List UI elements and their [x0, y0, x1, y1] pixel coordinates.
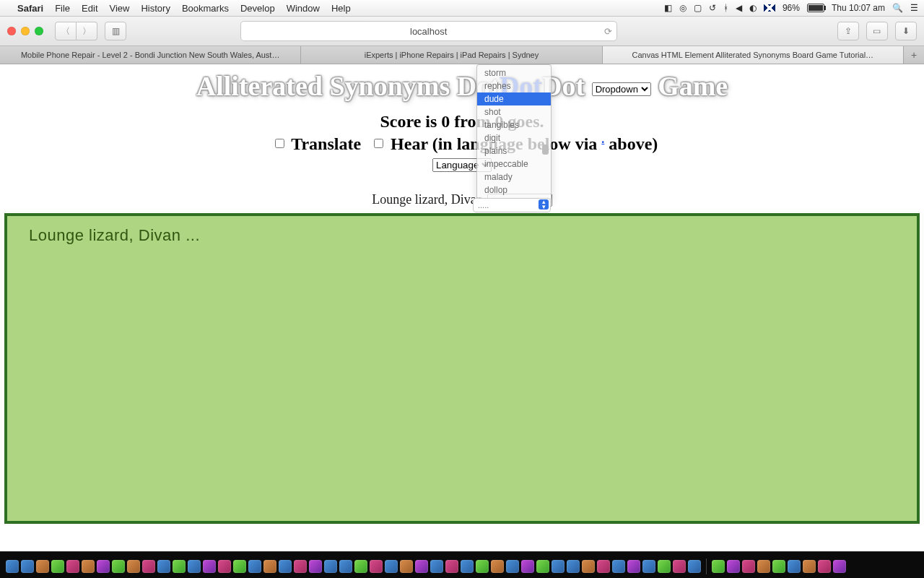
dock-app-icon[interactable]: [112, 560, 125, 573]
notification-center-icon[interactable]: ☰: [910, 3, 918, 13]
dock-app-icon[interactable]: [36, 560, 49, 573]
sidebar-toggle-button[interactable]: ▥: [105, 22, 126, 40]
menu-edit[interactable]: Edit: [82, 3, 97, 14]
dock-app-icon[interactable]: [712, 560, 725, 573]
dock-app-icon[interactable]: [642, 560, 655, 573]
dropdown-option[interactable]: digit: [477, 131, 551, 144]
wifi-icon[interactable]: ◐: [749, 3, 757, 13]
new-tab-button[interactable]: +: [904, 46, 924, 64]
back-button[interactable]: 〈: [55, 22, 77, 40]
dock-app-icon[interactable]: [97, 560, 110, 573]
dock-app-icon[interactable]: [818, 560, 831, 573]
dropdown-option[interactable]: rephes: [477, 79, 551, 92]
dock-app-icon[interactable]: [173, 560, 186, 573]
dock-app-icon[interactable]: [157, 560, 170, 573]
show-tabs-button[interactable]: ▭: [866, 22, 888, 40]
dropdown-option[interactable]: plains: [477, 144, 551, 158]
reload-icon[interactable]: ⟳: [604, 26, 612, 37]
dock-app-icon[interactable]: [552, 560, 565, 573]
dock-app-icon[interactable]: [506, 560, 519, 573]
dropdown-option[interactable]: dude: [477, 92, 551, 105]
timemachine-icon[interactable]: ↺: [709, 3, 716, 13]
window-close-button[interactable]: [7, 27, 16, 35]
volume-icon[interactable]: ◀: [736, 3, 742, 13]
dock-app-icon[interactable]: [248, 560, 261, 573]
translate-checkbox[interactable]: [275, 139, 284, 148]
menu-bookmarks[interactable]: Bookmarks: [182, 3, 229, 14]
answer-select-visible[interactable]: ..... ▴▾: [473, 198, 551, 212]
dock-app-icon[interactable]: [6, 560, 19, 573]
status-icon[interactable]: ◎: [679, 3, 687, 13]
dock-app-icon[interactable]: [127, 560, 140, 573]
browser-tab[interactable]: iExperts | iPhone Repairs | iPad Repairs…: [301, 46, 602, 64]
dock-app-icon[interactable]: [21, 560, 34, 573]
dock-app-icon[interactable]: [658, 560, 671, 573]
dock-app-icon[interactable]: [772, 560, 785, 573]
dock-app-icon[interactable]: [385, 560, 398, 573]
dock-app-icon[interactable]: [309, 560, 322, 573]
dock-app-icon[interactable]: [673, 560, 686, 573]
dock-app-icon[interactable]: [445, 560, 458, 573]
dock-app-icon[interactable]: [263, 560, 276, 573]
input-source-flag-icon[interactable]: [764, 4, 775, 12]
dock-app-icon[interactable]: [324, 560, 337, 573]
menu-develop[interactable]: Develop: [240, 3, 275, 14]
dropdown-scrollbar-thumb[interactable]: [542, 144, 549, 155]
menu-history[interactable]: History: [141, 3, 170, 14]
forward-button[interactable]: 〉: [77, 22, 97, 40]
dock-app-icon[interactable]: [567, 560, 580, 573]
dropdown-option[interactable]: storm: [477, 66, 551, 79]
dock-app-icon[interactable]: [279, 560, 292, 573]
menu-view[interactable]: View: [110, 3, 130, 14]
browser-tab[interactable]: Canvas HTML Element Alliterated Synonyms…: [603, 46, 904, 64]
share-button[interactable]: ⇪: [837, 22, 859, 40]
dock-app-icon[interactable]: [51, 560, 64, 573]
dock-app-icon[interactable]: [597, 560, 610, 573]
battery-icon[interactable]: [807, 4, 824, 12]
bluetooth-icon[interactable]: ᚼ: [723, 3, 728, 13]
menubar-clock[interactable]: Thu 10:07 am: [832, 3, 885, 13]
address-bar[interactable]: localhost ⟳: [240, 21, 617, 41]
dock-app-icon[interactable]: [461, 560, 474, 573]
dock-app-icon[interactable]: [582, 560, 595, 573]
dock-app-icon[interactable]: [688, 560, 701, 573]
answer-dropdown-open[interactable]: stormrephesdudeshottangiblesdigitplainsi…: [476, 64, 552, 200]
dock-app-icon[interactable]: [415, 560, 428, 573]
dock-app-icon[interactable]: [627, 560, 640, 573]
dock-app-icon[interactable]: [612, 560, 625, 573]
dock-app-icon[interactable]: [188, 560, 201, 573]
dock-app-icon[interactable]: [142, 560, 155, 573]
dock-app-icon[interactable]: [536, 560, 549, 573]
menu-window[interactable]: Window: [287, 3, 320, 14]
dock-app-icon[interactable]: [218, 560, 231, 573]
dock-app-icon[interactable]: [803, 560, 816, 573]
airplay-icon[interactable]: ▢: [694, 3, 702, 13]
dock-app-icon[interactable]: [82, 560, 95, 573]
dock-app-icon[interactable]: [339, 560, 352, 573]
dock-app-icon[interactable]: [370, 560, 383, 573]
dropdown-option[interactable]: impeccable: [477, 158, 551, 171]
hear-checkbox[interactable]: [374, 139, 383, 148]
dock-app-icon[interactable]: [430, 560, 443, 573]
status-icon[interactable]: ◧: [664, 3, 672, 13]
dock-app-icon[interactable]: [491, 560, 504, 573]
title-mode-select[interactable]: Dropdown: [592, 82, 651, 96]
dock-app-icon[interactable]: [354, 560, 367, 573]
window-zoom-button[interactable]: [35, 27, 43, 35]
dropdown-option[interactable]: malady: [477, 171, 551, 184]
dock-app-icon[interactable]: [233, 560, 246, 573]
active-app-name[interactable]: Safari: [17, 3, 43, 14]
spotlight-icon[interactable]: 🔍: [892, 3, 903, 13]
dock-app-icon[interactable]: [833, 560, 846, 573]
window-minimize-button[interactable]: [21, 27, 30, 35]
dock-app-icon[interactable]: [66, 560, 79, 573]
dock-app-icon[interactable]: [294, 560, 307, 573]
menu-help[interactable]: Help: [331, 3, 351, 14]
game-board[interactable]: Lounge lizard, Divan ...: [4, 213, 920, 524]
dock-app-icon[interactable]: [400, 560, 413, 573]
dock-app-icon[interactable]: [476, 560, 489, 573]
dock-app-icon[interactable]: [203, 560, 216, 573]
dock-app-icon[interactable]: [521, 560, 534, 573]
browser-tab[interactable]: Mobile Phone Repair - Level 2 - Bondi Ju…: [0, 46, 301, 64]
downloads-button[interactable]: ⬇: [895, 22, 917, 40]
